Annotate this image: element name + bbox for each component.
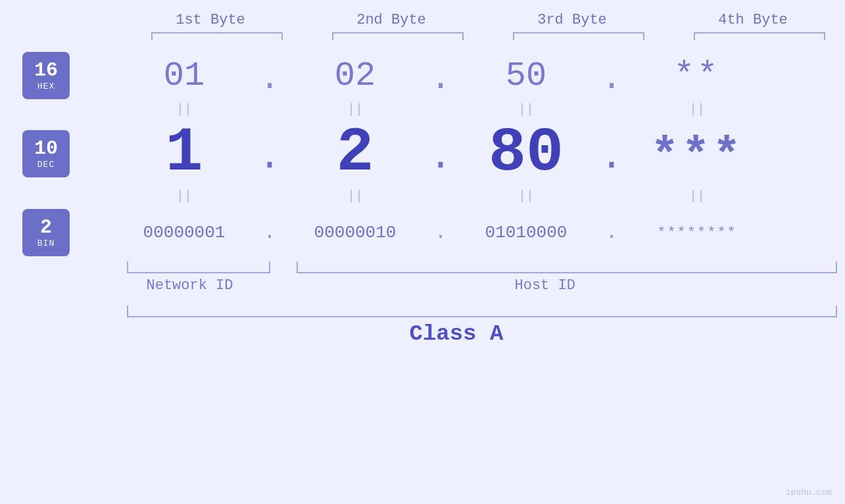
equals-row2: || || || ||	[0, 189, 845, 204]
host-bracket	[297, 262, 837, 273]
host-id-label: Host ID	[515, 277, 575, 294]
hex-number: 16	[34, 60, 58, 81]
hex-byte3: 50	[454, 57, 598, 95]
dec-badge: 10 DEC	[22, 130, 70, 177]
eq1-byte2: ||	[283, 102, 427, 117]
dec-dot1: .	[256, 135, 283, 179]
byte2-top-bracket	[332, 32, 464, 40]
byte2-header: 2nd Byte	[319, 12, 464, 28]
hex-byte4: **	[625, 57, 769, 95]
hex-row: 16 HEX 01 . 02 . 50 . **	[0, 52, 845, 99]
byte3-header: 3rd Byte	[500, 12, 644, 28]
hex-dot2: .	[427, 60, 454, 99]
class-label: Class A	[410, 321, 504, 346]
network-id-label: Network ID	[147, 277, 233, 294]
hex-label: HEX	[37, 81, 55, 91]
eq2-byte1: ||	[112, 189, 256, 204]
eq1-byte4: ||	[625, 102, 769, 117]
byte4-top-bracket	[694, 32, 825, 40]
full-bracket	[127, 306, 837, 317]
dec-dot3: .	[598, 135, 625, 179]
main-container: 1st Byte 2nd Byte 3rd Byte 4th Byte 16 H…	[0, 0, 845, 504]
bin-byte3: 01010000	[454, 223, 598, 242]
network-bracket	[127, 262, 270, 273]
watermark: ipshu.com	[786, 488, 832, 497]
bin-label: BIN	[37, 239, 55, 248]
byte1-top-bracket	[151, 32, 283, 40]
bin-number: 2	[40, 217, 52, 239]
eq1-byte3: ||	[454, 102, 598, 117]
byte3-top-bracket	[513, 32, 644, 40]
hex-byte2: 02	[283, 57, 427, 95]
hex-badge: 16 HEX	[22, 52, 70, 99]
dec-row: 10 DEC 1 . 2 . 80 . ***	[0, 122, 845, 185]
eq2-byte2: ||	[283, 189, 427, 204]
bin-byte2: 00000010	[283, 223, 427, 242]
bin-byte4: ********	[625, 225, 769, 241]
byte1-header: 1st Byte	[138, 12, 283, 28]
dec-byte2: 2	[283, 122, 427, 185]
dec-dot2: .	[427, 135, 454, 179]
dec-byte1: 1	[112, 122, 256, 185]
dec-byte4: ***	[625, 128, 769, 185]
equals-row1: || || || ||	[0, 102, 845, 117]
eq1-byte1: ||	[112, 102, 256, 117]
bin-dot3: .	[598, 221, 625, 244]
bin-badge: 2 BIN	[22, 209, 70, 256]
hex-byte1: 01	[112, 57, 256, 95]
byte4-header: 4th Byte	[681, 12, 825, 28]
dec-number: 10	[34, 138, 58, 160]
bin-row: 2 BIN 00000001 . 00000010 . 01010000 . *…	[0, 209, 845, 256]
eq2-byte4: ||	[625, 189, 769, 204]
hex-dot3: .	[598, 60, 625, 99]
bin-dot2: .	[427, 221, 454, 244]
bin-byte1: 00000001	[112, 223, 256, 242]
eq2-byte3: ||	[454, 189, 598, 204]
bin-dot1: .	[256, 221, 283, 244]
hex-dot1: .	[256, 60, 283, 99]
dec-label: DEC	[37, 160, 55, 170]
dec-byte3: 80	[454, 122, 598, 185]
